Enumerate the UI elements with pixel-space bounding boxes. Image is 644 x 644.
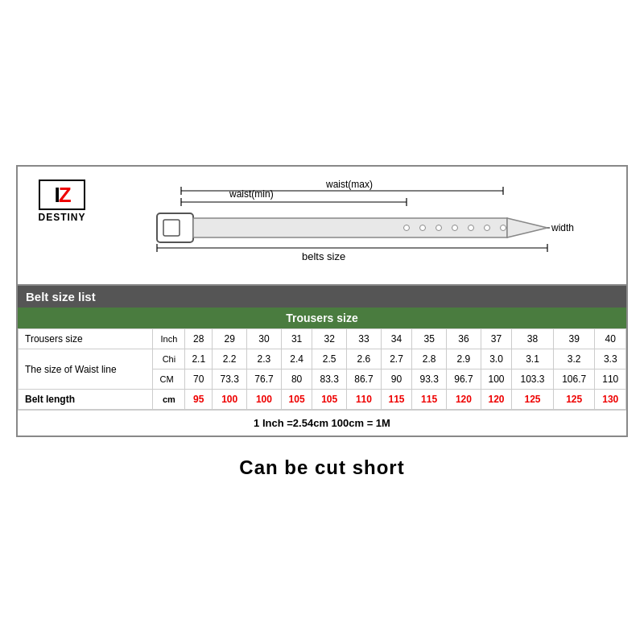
table-cell: 2.9 xyxy=(447,349,481,369)
table-cell: 83.3 xyxy=(312,369,347,390)
belt-length-label: Belt length xyxy=(19,390,153,410)
belt-diagram: waist(min) waist(max) xyxy=(106,180,610,276)
table-cell: 105 xyxy=(281,390,312,410)
svg-rect-10 xyxy=(193,218,507,237)
table-cell: 115 xyxy=(381,390,411,410)
conversion-note: 1 Inch =2.54cm 100cm = 1M xyxy=(18,410,626,436)
waist-label: The size of Waist line xyxy=(19,349,153,390)
cut-short-text: Can be cut short xyxy=(16,456,628,479)
table-cell: 73.3 xyxy=(213,369,247,390)
table-cell: 29 xyxy=(213,329,247,349)
table-cell: 100 xyxy=(247,390,282,410)
table-cell: 38 xyxy=(512,329,554,349)
table-cell: 120 xyxy=(447,390,481,410)
table-cell: 100 xyxy=(481,369,511,390)
diagram-section: IZ DESTINY waist(min) waist(max) xyxy=(16,165,628,286)
logo-area: IZ DESTINY xyxy=(34,180,90,223)
svg-rect-8 xyxy=(157,213,193,242)
table-section: Belt size list Trousers size Trousers si… xyxy=(16,286,628,437)
table-cell: 3.3 xyxy=(595,349,626,369)
table-cell: 28 xyxy=(185,329,213,349)
table-cell: 2.1 xyxy=(185,349,213,369)
table-cell: 96.7 xyxy=(447,369,481,390)
table-cell: 3.0 xyxy=(481,349,511,369)
table-cell: 32 xyxy=(312,329,347,349)
table-cell: 33 xyxy=(347,329,382,349)
belt-length-row: Belt length cm 95 100 100 105 105 110 11… xyxy=(19,390,626,410)
table-cell: 86.7 xyxy=(347,369,382,390)
table-cell: 93.3 xyxy=(412,369,447,390)
table-cell: 106.7 xyxy=(553,369,595,390)
svg-point-16 xyxy=(469,225,474,231)
table-cell: 100 xyxy=(213,390,247,410)
svg-rect-9 xyxy=(163,220,180,236)
svg-text:waist(max): waist(max) xyxy=(325,180,373,190)
unit-cell: Chi xyxy=(153,349,185,369)
svg-point-18 xyxy=(501,225,506,231)
table-cell: 2.6 xyxy=(347,349,382,369)
table-cell: 2.8 xyxy=(412,349,447,369)
row-label: Trousers size xyxy=(19,329,153,349)
logo-box: IZ xyxy=(39,180,85,210)
svg-text:waist(min): waist(min) xyxy=(229,188,274,200)
table-cell: 37 xyxy=(481,329,511,349)
table-cell: 110 xyxy=(347,390,382,410)
table-cell: 95 xyxy=(185,390,213,410)
table-cell: 36 xyxy=(447,329,481,349)
table-cell: 80 xyxy=(281,369,312,390)
table-cell: 2.4 xyxy=(281,349,312,369)
svg-point-13 xyxy=(420,225,426,231)
table-row: The size of Waist line Chi 2.1 2.2 2.3 2… xyxy=(19,349,626,369)
brand-name: DESTINY xyxy=(38,212,85,223)
table-cell: 3.1 xyxy=(512,349,554,369)
table-cell: 90 xyxy=(381,369,411,390)
belt-svg: waist(min) waist(max) xyxy=(106,180,610,276)
table-cell: 2.7 xyxy=(381,349,411,369)
svg-point-14 xyxy=(436,225,442,231)
trousers-size-header: Trousers size xyxy=(18,308,626,328)
table-cell: 115 xyxy=(412,390,447,410)
svg-point-15 xyxy=(452,225,458,231)
table-cell: 76.7 xyxy=(247,369,282,390)
unit-cell: cm xyxy=(153,390,185,410)
svg-marker-11 xyxy=(507,218,547,237)
unit-cell: Inch xyxy=(153,329,185,349)
table-cell: 40 xyxy=(595,329,626,349)
table-cell: 35 xyxy=(412,329,447,349)
page-wrapper: IZ DESTINY waist(min) waist(max) xyxy=(16,165,628,479)
svg-point-17 xyxy=(485,225,490,231)
svg-text:width: width xyxy=(551,222,574,233)
table-cell: 125 xyxy=(553,390,595,410)
table-cell: 105 xyxy=(312,390,347,410)
table-cell: 70 xyxy=(185,369,213,390)
table-cell: 103.3 xyxy=(512,369,554,390)
table-cell: 31 xyxy=(281,329,312,349)
table-cell: 125 xyxy=(512,390,554,410)
table-cell: 39 xyxy=(553,329,595,349)
table-row: Trousers size Inch 28 29 30 31 32 33 34 … xyxy=(19,329,626,349)
table-cell: 34 xyxy=(381,329,411,349)
table-cell: 2.5 xyxy=(312,349,347,369)
svg-point-12 xyxy=(404,225,410,231)
size-table: Trousers size Inch 28 29 30 31 32 33 34 … xyxy=(18,328,626,410)
belt-size-header: Belt size list xyxy=(18,286,626,308)
svg-text:belts size: belts size xyxy=(302,250,345,262)
table-cell: 130 xyxy=(595,390,626,410)
table-cell: 2.2 xyxy=(213,349,247,369)
unit-cell: CM xyxy=(153,369,185,390)
table-cell: 120 xyxy=(481,390,511,410)
table-cell: 30 xyxy=(247,329,282,349)
table-cell: 3.2 xyxy=(553,349,595,369)
logo-z: Z xyxy=(59,183,70,208)
table-cell: 110 xyxy=(595,369,626,390)
table-cell: 2.3 xyxy=(247,349,282,369)
